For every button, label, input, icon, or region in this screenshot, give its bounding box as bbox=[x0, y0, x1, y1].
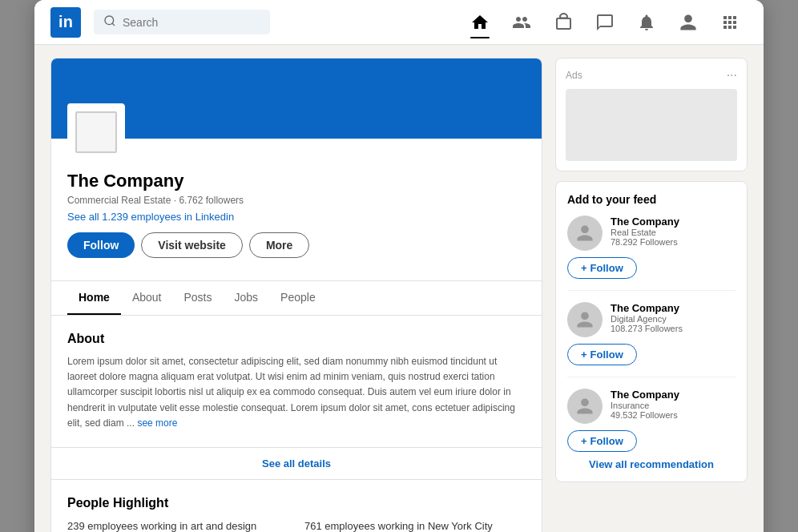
follow-button-2[interactable]: + Follow bbox=[567, 344, 637, 365]
feed-item-3-name: The Company bbox=[611, 389, 736, 401]
people-col-1-stat: 239 employees working in art and design bbox=[67, 520, 288, 532]
feed-item-3-info: The Company Insurance 49.532 Followers bbox=[611, 389, 736, 420]
tab-home[interactable]: Home bbox=[67, 281, 121, 315]
main-content: The Company Commercial Real Estate · 6.7… bbox=[34, 45, 764, 532]
tab-about[interactable]: About bbox=[121, 281, 173, 315]
feed-item-1: The Company Real Estate 78.292 Followers… bbox=[567, 216, 736, 291]
svg-point-0 bbox=[105, 16, 114, 25]
about-section: About Lorem ipsum dolor sit amet, consec… bbox=[51, 315, 542, 447]
svg-line-1 bbox=[112, 23, 115, 26]
company-tabs: Home About Posts Jobs People bbox=[51, 280, 542, 315]
ads-header: Ads ··· bbox=[566, 68, 737, 83]
feed-item-2-info: The Company Digital Agency 108.273 Follo… bbox=[611, 302, 736, 333]
company-logo-box bbox=[67, 103, 125, 161]
feed-recommendations-card: Add to your feed The Company Real Estate… bbox=[555, 181, 748, 482]
feed-item-3-row: The Company Insurance 49.532 Followers bbox=[567, 389, 736, 424]
nav-network[interactable] bbox=[504, 10, 539, 35]
feed-item-1-type: Real Estate bbox=[611, 228, 736, 237]
about-text: Lorem ipsum dolor sit amet, consectetur … bbox=[67, 354, 526, 431]
feed-avatar-2 bbox=[567, 302, 603, 337]
search-bar bbox=[94, 10, 270, 34]
people-col-1: 239 employees working in art and design bbox=[67, 520, 288, 532]
ads-image bbox=[566, 89, 737, 161]
ads-card: Ads ··· bbox=[555, 58, 748, 171]
follow-button[interactable]: Follow bbox=[67, 232, 135, 258]
plus-icon-3: + bbox=[581, 435, 587, 447]
ads-dots[interactable]: ··· bbox=[727, 68, 737, 83]
nav-profile[interactable] bbox=[671, 10, 706, 35]
follow-button-1[interactable]: + Follow bbox=[567, 257, 637, 279]
feed-avatar-1 bbox=[567, 216, 603, 251]
feed-item-1-info: The Company Real Estate 78.292 Followers bbox=[611, 216, 736, 247]
people-col-2-stat: 761 employees working in New York City bbox=[304, 520, 526, 532]
company-profile-panel: The Company Commercial Real Estate · 6.7… bbox=[50, 58, 542, 532]
people-col-2: 761 employees working in New York City bbox=[304, 520, 526, 532]
feed-title: Add to your feed bbox=[567, 193, 736, 206]
linkedin-logo[interactable]: in bbox=[50, 7, 81, 38]
follow-button-3[interactable]: + Follow bbox=[567, 430, 637, 452]
nav-grid[interactable] bbox=[712, 10, 748, 35]
feed-item-1-followers: 78.292 Followers bbox=[611, 237, 736, 247]
feed-item-3-followers: 49.532 Followers bbox=[611, 410, 736, 420]
ads-label: Ads bbox=[566, 70, 582, 81]
people-grid: 239 employees working in art and design bbox=[67, 520, 526, 532]
company-subtitle: Commercial Real Estate · 6.762 followers bbox=[67, 195, 526, 206]
feed-item-1-name: The Company bbox=[611, 216, 736, 228]
feed-avatar-3 bbox=[567, 389, 603, 424]
people-highlight-section: People Highlight 239 employees working i… bbox=[51, 479, 542, 532]
action-buttons: Follow Visit website More bbox=[67, 232, 526, 258]
tab-people[interactable]: People bbox=[269, 281, 327, 315]
search-input[interactable] bbox=[123, 16, 260, 29]
more-button[interactable]: More bbox=[249, 232, 309, 258]
feed-item-2-name: The Company bbox=[611, 302, 736, 314]
cover-photo bbox=[51, 58, 542, 139]
feed-item-2-followers: 108.273 Followers bbox=[611, 324, 736, 333]
browser-window: in bbox=[34, 0, 764, 532]
feed-item-2: The Company Digital Agency 108.273 Follo… bbox=[567, 302, 736, 377]
nav-notifications[interactable] bbox=[629, 10, 664, 35]
about-title: About bbox=[67, 332, 526, 346]
nav-home[interactable] bbox=[462, 10, 498, 35]
feed-item-3-type: Insurance bbox=[611, 401, 736, 410]
plus-icon-2: + bbox=[581, 349, 587, 361]
tab-posts[interactable]: Posts bbox=[173, 281, 224, 315]
navbar: in bbox=[34, 0, 764, 45]
right-panel: Ads ··· Add to your feed The Company bbox=[555, 58, 748, 482]
see-all-details-link[interactable]: See all details bbox=[51, 447, 542, 479]
people-highlight-title: People Highlight bbox=[67, 496, 526, 510]
view-all-link[interactable]: View all recommendation bbox=[567, 458, 736, 470]
company-logo-inner bbox=[75, 111, 117, 153]
search-icon bbox=[103, 14, 116, 30]
feed-item-2-row: The Company Digital Agency 108.273 Follo… bbox=[567, 302, 736, 337]
feed-item-3: The Company Insurance 49.532 Followers +… bbox=[567, 389, 736, 452]
feed-item-2-type: Digital Agency bbox=[611, 314, 736, 324]
visit-website-button[interactable]: Visit website bbox=[141, 232, 243, 258]
see-more-link[interactable]: see more bbox=[137, 417, 177, 429]
nav-jobs[interactable] bbox=[546, 10, 581, 35]
feed-item-1-row: The Company Real Estate 78.292 Followers bbox=[567, 216, 736, 251]
tab-jobs[interactable]: Jobs bbox=[224, 281, 270, 315]
nav-messaging[interactable] bbox=[587, 10, 623, 35]
plus-icon-1: + bbox=[581, 262, 587, 274]
company-name: The Company bbox=[67, 171, 526, 191]
nav-icons bbox=[462, 10, 748, 35]
employees-link[interactable]: See all 1.239 employees in Linkedin bbox=[67, 211, 526, 223]
